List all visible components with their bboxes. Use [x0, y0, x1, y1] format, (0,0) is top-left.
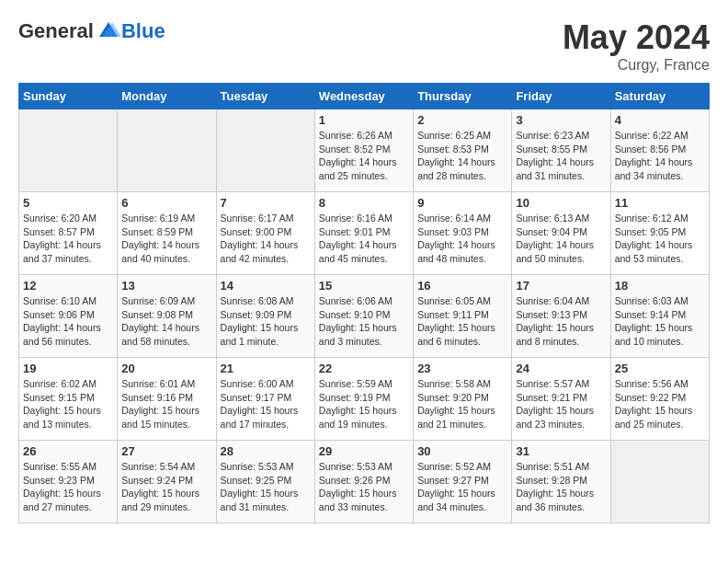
- calendar-cell: 31Sunrise: 5:51 AM Sunset: 9:28 PM Dayli…: [512, 441, 610, 523]
- calendar-cell: 15Sunrise: 6:06 AM Sunset: 9:10 PM Dayli…: [314, 275, 413, 358]
- calendar-cell: 12Sunrise: 6:10 AM Sunset: 9:06 PM Dayli…: [19, 275, 118, 358]
- day-header-wednesday: Wednesday: [314, 84, 413, 109]
- title-block: May 2024 Curgy, France: [563, 18, 710, 74]
- day-number: 25: [615, 362, 705, 375]
- day-number: 1: [319, 113, 409, 127]
- day-number: 8: [319, 196, 409, 210]
- day-info: Sunrise: 6:03 AM Sunset: 9:14 PM Dayligh…: [615, 294, 705, 349]
- day-info: Sunrise: 6:09 AM Sunset: 9:08 PM Dayligh…: [121, 294, 211, 349]
- day-number: 2: [417, 113, 507, 127]
- day-info: Sunrise: 6:23 AM Sunset: 8:55 PM Dayligh…: [516, 129, 606, 183]
- logo: General Blue: [18, 18, 165, 44]
- day-info: Sunrise: 5:57 AM Sunset: 9:21 PM Dayligh…: [516, 377, 606, 431]
- day-info: Sunrise: 6:10 AM Sunset: 9:06 PM Dayligh…: [23, 294, 113, 349]
- day-info: Sunrise: 5:56 AM Sunset: 9:22 PM Dayligh…: [615, 377, 705, 431]
- calendar-cell: 9Sunrise: 6:14 AM Sunset: 9:03 PM Daylig…: [414, 192, 512, 275]
- day-number: 12: [23, 279, 113, 293]
- calendar-week-row: 12Sunrise: 6:10 AM Sunset: 9:06 PM Dayli…: [19, 275, 710, 358]
- day-info: Sunrise: 6:22 AM Sunset: 8:56 PM Dayligh…: [615, 129, 705, 183]
- day-info: Sunrise: 6:02 AM Sunset: 9:15 PM Dayligh…: [23, 377, 113, 431]
- calendar-cell: 13Sunrise: 6:09 AM Sunset: 9:08 PM Dayli…: [118, 275, 216, 358]
- calendar-table: SundayMondayTuesdayWednesdayThursdayFrid…: [18, 83, 710, 523]
- calendar-cell: [610, 441, 709, 523]
- day-number: 30: [417, 444, 507, 458]
- logo-general-text: General: [18, 19, 94, 43]
- calendar-cell: 18Sunrise: 6:03 AM Sunset: 9:14 PM Dayli…: [610, 275, 709, 358]
- day-info: Sunrise: 6:06 AM Sunset: 9:10 PM Dayligh…: [319, 294, 409, 349]
- day-info: Sunrise: 5:53 AM Sunset: 9:26 PM Dayligh…: [319, 460, 409, 514]
- day-number: 19: [23, 362, 113, 375]
- day-info: Sunrise: 5:58 AM Sunset: 9:20 PM Dayligh…: [417, 377, 507, 431]
- calendar-cell: 26Sunrise: 5:55 AM Sunset: 9:23 PM Dayli…: [19, 441, 118, 523]
- calendar-cell: 5Sunrise: 6:20 AM Sunset: 8:57 PM Daylig…: [19, 192, 118, 275]
- logo-icon: [96, 18, 121, 44]
- day-info: Sunrise: 6:04 AM Sunset: 9:13 PM Dayligh…: [516, 294, 606, 349]
- calendar-cell: 21Sunrise: 6:00 AM Sunset: 9:17 PM Dayli…: [216, 358, 314, 441]
- calendar-cell: 8Sunrise: 6:16 AM Sunset: 9:01 PM Daylig…: [314, 192, 413, 275]
- day-info: Sunrise: 6:01 AM Sunset: 9:16 PM Dayligh…: [121, 377, 211, 431]
- calendar-cell: 16Sunrise: 6:05 AM Sunset: 9:11 PM Dayli…: [414, 275, 512, 358]
- day-number: 11: [615, 196, 705, 210]
- day-info: Sunrise: 6:13 AM Sunset: 9:04 PM Dayligh…: [516, 212, 606, 266]
- day-number: 4: [615, 113, 705, 127]
- day-info: Sunrise: 6:25 AM Sunset: 8:53 PM Dayligh…: [417, 129, 507, 183]
- day-number: 28: [221, 444, 311, 458]
- day-info: Sunrise: 5:53 AM Sunset: 9:25 PM Dayligh…: [221, 460, 311, 514]
- day-number: 13: [121, 279, 211, 293]
- calendar-week-row: 1Sunrise: 6:26 AM Sunset: 8:52 PM Daylig…: [19, 109, 710, 192]
- day-number: 20: [121, 362, 211, 375]
- calendar-cell: 30Sunrise: 5:52 AM Sunset: 9:27 PM Dayli…: [414, 441, 512, 523]
- day-info: Sunrise: 6:26 AM Sunset: 8:52 PM Dayligh…: [319, 129, 409, 183]
- calendar-cell: 7Sunrise: 6:17 AM Sunset: 9:00 PM Daylig…: [216, 192, 314, 275]
- day-info: Sunrise: 6:05 AM Sunset: 9:11 PM Dayligh…: [417, 294, 507, 349]
- day-number: 23: [417, 362, 507, 375]
- day-header-sunday: Sunday: [19, 84, 118, 109]
- calendar-cell: 27Sunrise: 5:54 AM Sunset: 9:24 PM Dayli…: [118, 441, 216, 523]
- calendar-cell: 24Sunrise: 5:57 AM Sunset: 9:21 PM Dayli…: [512, 358, 610, 441]
- day-header-saturday: Saturday: [610, 84, 709, 109]
- calendar-cell: 11Sunrise: 6:12 AM Sunset: 9:05 PM Dayli…: [610, 192, 709, 275]
- calendar-cell: 4Sunrise: 6:22 AM Sunset: 8:56 PM Daylig…: [610, 109, 709, 192]
- calendar-cell: 2Sunrise: 6:25 AM Sunset: 8:53 PM Daylig…: [414, 109, 512, 192]
- calendar-cell: [216, 109, 314, 192]
- day-number: 17: [516, 279, 606, 293]
- day-number: 14: [221, 279, 311, 293]
- day-number: 5: [23, 196, 113, 210]
- calendar-cell: 29Sunrise: 5:53 AM Sunset: 9:26 PM Dayli…: [314, 441, 413, 523]
- day-header-monday: Monday: [118, 84, 216, 109]
- calendar-cell: 20Sunrise: 6:01 AM Sunset: 9:16 PM Dayli…: [118, 358, 216, 441]
- calendar-cell: 17Sunrise: 6:04 AM Sunset: 9:13 PM Dayli…: [512, 275, 610, 358]
- day-header-thursday: Thursday: [414, 84, 512, 109]
- day-header-tuesday: Tuesday: [216, 84, 314, 109]
- calendar-cell: 10Sunrise: 6:13 AM Sunset: 9:04 PM Dayli…: [512, 192, 610, 275]
- day-number: 7: [221, 196, 311, 210]
- calendar-cell: 22Sunrise: 5:59 AM Sunset: 9:19 PM Dayli…: [314, 358, 413, 441]
- day-info: Sunrise: 5:55 AM Sunset: 9:23 PM Dayligh…: [23, 460, 113, 514]
- day-info: Sunrise: 6:00 AM Sunset: 9:17 PM Dayligh…: [221, 377, 311, 431]
- day-header-friday: Friday: [512, 84, 610, 109]
- day-number: 27: [121, 444, 211, 458]
- day-number: 6: [121, 196, 211, 210]
- logo-blue-text: Blue: [121, 19, 165, 43]
- calendar-week-row: 26Sunrise: 5:55 AM Sunset: 9:23 PM Dayli…: [19, 441, 710, 523]
- day-info: Sunrise: 6:20 AM Sunset: 8:57 PM Dayligh…: [23, 212, 113, 266]
- calendar-cell: 19Sunrise: 6:02 AM Sunset: 9:15 PM Dayli…: [19, 358, 118, 441]
- page-header: General Blue May 2024 Curgy, France: [18, 18, 710, 74]
- calendar-cell: 14Sunrise: 6:08 AM Sunset: 9:09 PM Dayli…: [216, 275, 314, 358]
- day-number: 9: [417, 196, 507, 210]
- day-info: Sunrise: 6:19 AM Sunset: 8:59 PM Dayligh…: [121, 212, 211, 266]
- day-number: 10: [516, 196, 606, 210]
- day-info: Sunrise: 6:14 AM Sunset: 9:03 PM Dayligh…: [417, 212, 507, 266]
- calendar-cell: 28Sunrise: 5:53 AM Sunset: 9:25 PM Dayli…: [216, 441, 314, 523]
- calendar-cell: [118, 109, 216, 192]
- calendar-cell: 3Sunrise: 6:23 AM Sunset: 8:55 PM Daylig…: [512, 109, 610, 192]
- calendar-cell: 25Sunrise: 5:56 AM Sunset: 9:22 PM Dayli…: [610, 358, 709, 441]
- day-info: Sunrise: 5:54 AM Sunset: 9:24 PM Dayligh…: [121, 460, 211, 514]
- day-number: 21: [221, 362, 311, 375]
- day-number: 15: [319, 279, 409, 293]
- day-number: 29: [319, 444, 409, 458]
- calendar-cell: [19, 109, 118, 192]
- calendar-cell: 23Sunrise: 5:58 AM Sunset: 9:20 PM Dayli…: [414, 358, 512, 441]
- day-number: 3: [516, 113, 606, 127]
- calendar-cell: 1Sunrise: 6:26 AM Sunset: 8:52 PM Daylig…: [314, 109, 413, 192]
